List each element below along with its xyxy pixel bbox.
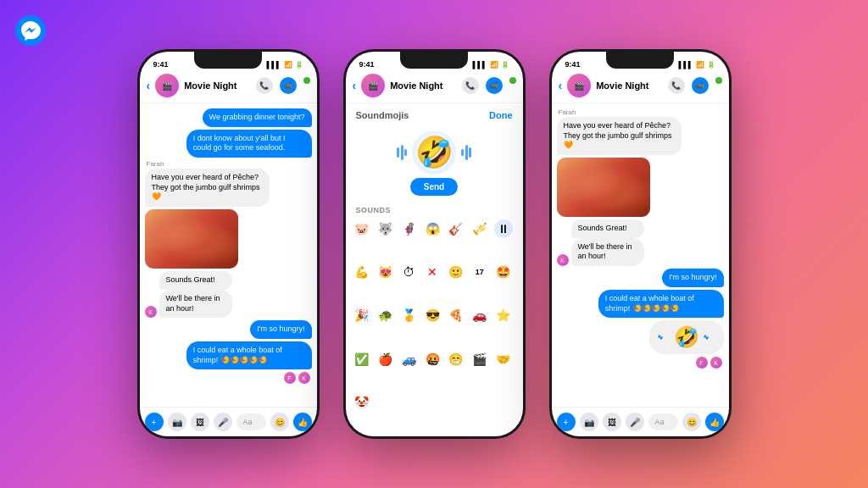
seen-avatar-2: K: [298, 372, 310, 384]
status-icons-left: ▌▌▌ 📶 🔋: [266, 61, 303, 69]
text-input-left[interactable]: Aa: [236, 413, 266, 430]
status-icons-middle: ▌▌▌ 📶 🔋: [472, 61, 509, 69]
video-icon-right[interactable]: 📹: [692, 77, 709, 94]
soundmoji-done[interactable]: Done: [489, 110, 513, 120]
soundmoji-bubble-right: 🤣: [649, 320, 724, 354]
input-bar-left: + 📷 🖼 🎤 Aa 😊 👍: [140, 407, 317, 436]
emoji-scream[interactable]: 😱: [423, 219, 442, 238]
emoji-cool[interactable]: 😎: [423, 306, 442, 324]
status-time-right: 9:41: [565, 60, 581, 69]
text-input-right[interactable]: Aa: [648, 413, 678, 430]
emoji-grid: 🐷 🐺 🦸 😱 🎸 🎺 ⏸ 💪 😻 ⏱ ✕ 🙂 17 🤩 🎉 🐢: [346, 218, 523, 436]
status-time-left: 9:41: [153, 60, 169, 69]
msg-out-hungry: I'm so hungry!: [250, 320, 311, 339]
video-icon-left[interactable]: 📹: [280, 77, 297, 94]
sounds-label: SOUNDS: [346, 202, 523, 218]
wave-bar-3: [404, 149, 407, 156]
add-icon-right[interactable]: +: [557, 413, 576, 431]
emoji-catface[interactable]: 😻: [376, 263, 394, 281]
input-placeholder-right: Aa: [655, 418, 665, 426]
wave-right: [461, 145, 471, 160]
call-icon-middle[interactable]: 📞: [462, 77, 479, 94]
battery-icon-m: 🔋: [501, 61, 509, 69]
back-arrow-right[interactable]: ‹: [559, 79, 563, 92]
wave-bar-4: [461, 149, 464, 156]
camera-icon-left[interactable]: 📷: [168, 413, 186, 431]
msg-out-shrimp: I could eat a whole boat of shrimp! 🍤🍤🍤🍤…: [186, 341, 312, 369]
soundmoji-title: Soundmojis: [356, 110, 409, 120]
mic-icon-right[interactable]: 🎤: [626, 413, 644, 431]
add-icon-left[interactable]: +: [145, 413, 164, 431]
seen-avatar-r-2: K: [710, 357, 722, 369]
msg-in-kelsey1: Sounds Great!: [159, 271, 233, 290]
chat-title-right: Movie Night: [596, 80, 662, 91]
notch-right: [606, 52, 674, 69]
wifi-icon: 📶: [284, 61, 292, 69]
emoji-icon-right[interactable]: 😊: [682, 413, 701, 431]
send-soundmoji-button[interactable]: Send: [410, 178, 458, 196]
emoji-car[interactable]: 🚗: [470, 306, 489, 324]
emoji-17[interactable]: 17: [470, 263, 489, 281]
group-avatar-middle: 🎬: [361, 74, 385, 97]
kelsey-avatar-left: K: [145, 306, 157, 318]
emoji-clapboard[interactable]: 🎬: [470, 350, 489, 369]
emoji-apple[interactable]: 🍎: [376, 350, 394, 369]
camera-icon-right[interactable]: 📷: [580, 413, 598, 431]
emoji-grin[interactable]: 😁: [447, 350, 465, 369]
chat-header-middle: ‹ 🎬 Movie Night 📞 📹: [346, 70, 523, 103]
msg-out-hungry-r: I'm so hungry!: [662, 269, 723, 287]
emoji-angry[interactable]: 🤬: [423, 350, 442, 369]
video-icon-middle[interactable]: 📹: [486, 77, 503, 94]
emoji-stopwatch[interactable]: ⏱: [399, 263, 418, 281]
call-icon-right[interactable]: 📞: [668, 77, 685, 94]
emoji-handshake[interactable]: 🤝: [494, 350, 513, 369]
wifi-icon-m: 📶: [490, 61, 498, 69]
svg-point-0: [15, 15, 46, 46]
call-icon-left[interactable]: 📞: [256, 77, 273, 94]
mic-icon-left[interactable]: 🎤: [214, 413, 232, 431]
messages-right: Farah Have you ever heard of Pêche? They…: [552, 103, 729, 407]
emoji-trumpet[interactable]: 🎺: [470, 219, 489, 238]
wave-bar-1: [397, 147, 399, 158]
shrimp-image-right: [557, 158, 650, 217]
emoji-turtle[interactable]: 🐢: [376, 306, 394, 324]
soundmoji-emoji-right: 🤣: [674, 325, 699, 349]
emoji-clown[interactable]: 🤡: [353, 393, 371, 412]
msg-out-2: I dont know about y'all but I could go f…: [186, 130, 312, 158]
emoji-check[interactable]: ✅: [353, 350, 371, 369]
back-arrow-left[interactable]: ‹: [147, 79, 151, 92]
emoji-smile[interactable]: 🙂: [447, 263, 465, 281]
emoji-star[interactable]: ⭐: [494, 306, 513, 324]
msg-in-farah: Have you ever heard of Pêche? They got t…: [145, 169, 270, 207]
seen-avatar-1: F: [284, 372, 296, 384]
like-icon-right[interactable]: 👍: [705, 413, 724, 431]
emoji-pizza[interactable]: 🍕: [447, 306, 465, 324]
wifi-icon-r: 📶: [696, 61, 704, 69]
emoji-party[interactable]: 🎉: [353, 306, 371, 324]
emoji-hero[interactable]: 🦸: [399, 219, 418, 238]
image-icon-right[interactable]: 🖼: [603, 413, 621, 431]
sender-farah: Farah: [147, 160, 312, 168]
group-avatar-left: 🎬: [155, 74, 179, 97]
msg-in-kelsey2: We'll be there in an hour!: [159, 290, 233, 318]
emoji-flex[interactable]: 💪: [353, 263, 371, 281]
notch-left: [194, 52, 262, 69]
wave-bar-2: [401, 145, 403, 160]
emoji-icon-left[interactable]: 😊: [270, 413, 289, 431]
msg-in-farah-r: Have you ever heard of Pêche? They got t…: [557, 117, 682, 155]
msg-group-farah-r: Farah Have you ever heard of Pêche? They…: [557, 108, 724, 155]
group-avatar-right: 🎬: [567, 74, 591, 97]
emoji-pig[interactable]: 🐷: [353, 219, 371, 238]
like-icon-left[interactable]: 👍: [293, 413, 312, 431]
emoji-medal[interactable]: 🥇: [399, 306, 418, 324]
msg-out-shrimp-r: I could eat a whole boat of shrimp! 🍤🍤🍤🍤…: [598, 290, 724, 318]
emoji-wolf[interactable]: 🐺: [376, 219, 394, 238]
image-icon-left[interactable]: 🖼: [191, 413, 209, 431]
emoji-pause[interactable]: ⏸: [494, 219, 513, 238]
battery-icon: 🔋: [295, 61, 303, 69]
emoji-star-eyes[interactable]: 🤩: [494, 263, 513, 281]
back-arrow-middle[interactable]: ‹: [353, 79, 357, 92]
emoji-guitar[interactable]: 🎸: [447, 219, 465, 238]
emoji-car2[interactable]: 🚙: [399, 350, 418, 369]
emoji-x[interactable]: ✕: [423, 263, 442, 281]
